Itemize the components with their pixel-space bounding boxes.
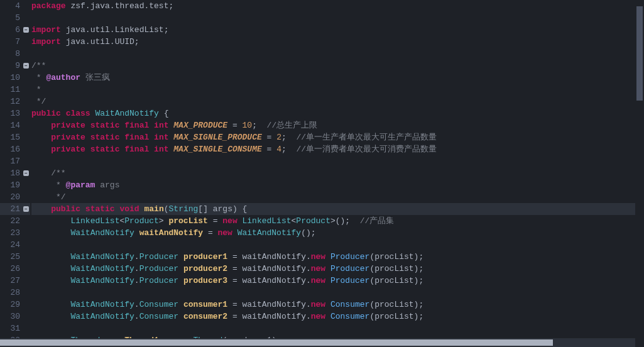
line-number-gutter[interactable]: 4567891011121314151617181920212223242526… <box>0 0 23 347</box>
line-number[interactable]: 12 <box>0 96 23 107</box>
token-methodcall: Producer <box>330 252 369 262</box>
line-number[interactable]: 25 <box>0 251 23 263</box>
line-number[interactable]: 19 <box>0 179 23 191</box>
line-number[interactable]: 8 <box>0 48 23 60</box>
fold-toggle-icon[interactable]: − <box>23 206 29 212</box>
fold-toggle-icon[interactable]: − <box>23 63 29 69</box>
token-type: WaitAndNotify <box>70 276 134 285</box>
token-kw: int <box>154 145 168 154</box>
token-var: consumer1 <box>183 300 227 309</box>
code-line[interactable]: WaitAndNotify.Consumer consumer1 = waitA… <box>31 299 644 311</box>
line-number[interactable]: 14 <box>0 119 23 131</box>
code-line[interactable]: */ <box>31 191 644 203</box>
fold-toggle-icon[interactable]: − <box>23 27 29 33</box>
line-number[interactable]: 30 <box>0 311 23 322</box>
code-line[interactable]: import java.util.LinkedList; <box>31 24 644 36</box>
line-number[interactable]: 10 <box>0 72 23 84</box>
code-line[interactable] <box>31 12 644 24</box>
token-punct: [] <box>198 204 212 214</box>
line-number[interactable]: 21 <box>0 203 23 215</box>
code-line[interactable]: /** <box>31 60 644 72</box>
line-number[interactable]: 27 <box>0 275 23 287</box>
line-number[interactable]: 16 <box>0 143 23 155</box>
line-number[interactable]: 23 <box>0 227 23 239</box>
line-number[interactable]: 24 <box>0 239 23 251</box>
token-ws <box>31 168 51 178</box>
token-methodcall: Producer <box>330 276 369 285</box>
token-ws <box>149 133 154 142</box>
token-punct: = <box>227 300 242 309</box>
token-ws <box>350 216 360 226</box>
code-line[interactable]: private static final int MAX_SINGLE_CONS… <box>31 143 644 155</box>
line-number[interactable]: 29 <box>0 299 23 311</box>
code-line[interactable]: * @param args <box>31 179 644 191</box>
code-line[interactable]: private static final int MAX_PRODUCE = 1… <box>31 119 644 131</box>
code-line[interactable]: */ <box>31 96 644 107</box>
code-line[interactable] <box>31 322 644 334</box>
line-number[interactable]: 4 <box>0 0 23 12</box>
line-number[interactable]: 9 <box>0 60 23 72</box>
code-line[interactable]: public class WaitAndNotify { <box>31 107 644 119</box>
line-number[interactable]: 31 <box>0 322 23 334</box>
token-kw: public <box>31 109 61 118</box>
code-line[interactable]: public static void main(String[] args) { <box>31 203 644 215</box>
token-ws <box>31 312 70 321</box>
token-var: waitAndNotify <box>139 228 203 238</box>
code-area[interactable]: package zsf.java.thread.test;import java… <box>30 0 644 347</box>
token-ws <box>85 145 90 154</box>
token-punct: ( <box>164 204 169 214</box>
token-kw: final <box>124 133 149 142</box>
code-line[interactable]: WaitAndNotify.Producer producer3 = waitA… <box>31 275 644 287</box>
token-doc: /** <box>51 168 65 178</box>
horizontal-scroll-thumb[interactable] <box>0 339 553 346</box>
token-doctag: @author <box>46 73 80 82</box>
code-line[interactable] <box>31 287 644 299</box>
line-number[interactable]: 17 <box>0 155 23 167</box>
token-ws <box>178 300 183 309</box>
line-number[interactable]: 15 <box>0 131 23 143</box>
code-line[interactable] <box>31 155 644 167</box>
line-number[interactable]: 18 <box>0 167 23 179</box>
code-line[interactable] <box>31 48 644 60</box>
code-line[interactable] <box>31 239 644 251</box>
line-number[interactable]: 26 <box>0 263 23 275</box>
token-punct: ; <box>252 121 257 130</box>
token-ws <box>31 276 70 285</box>
code-line[interactable]: /** <box>31 167 644 179</box>
code-line[interactable]: package zsf.java.thread.test; <box>31 0 644 12</box>
token-kw: new <box>311 276 325 285</box>
line-number[interactable]: 7 <box>0 36 23 48</box>
line-number[interactable]: 11 <box>0 84 23 96</box>
token-ws <box>31 264 70 273</box>
code-line[interactable]: LinkedList<Product> procList = new Linke… <box>31 215 644 227</box>
code-line[interactable]: WaitAndNotify.Producer producer2 = waitA… <box>31 263 644 275</box>
line-number[interactable]: 6 <box>0 24 23 36</box>
code-line[interactable]: * @author 张三疯 <box>31 72 644 84</box>
line-number[interactable]: 5 <box>0 12 23 24</box>
vertical-scroll-thumb[interactable] <box>636 6 643 101</box>
code-line[interactable]: WaitAndNotify.Producer producer1 = waitA… <box>31 251 644 263</box>
code-line[interactable]: private static final int MAX_SIGNLE_PROD… <box>31 131 644 143</box>
token-const: MAX_SIGNLE_PRODUCE <box>173 133 261 142</box>
line-number[interactable]: 22 <box>0 215 23 227</box>
code-line[interactable]: * <box>31 84 644 96</box>
code-line[interactable]: import java.util.UUID; <box>31 36 644 48</box>
code-editor[interactable]: 4567891011121314151617181920212223242526… <box>0 0 644 347</box>
fold-toggle-icon[interactable]: − <box>23 170 29 176</box>
token-ws <box>178 264 183 273</box>
line-number[interactable]: 20 <box>0 191 23 203</box>
token-ident: waitAndNotify <box>243 252 306 262</box>
token-type: WaitAndNotify <box>70 264 134 273</box>
token-var: producer1 <box>183 252 227 262</box>
token-ws <box>31 121 51 130</box>
horizontal-scrollbar[interactable] <box>0 338 635 347</box>
token-num: 2 <box>276 133 281 142</box>
code-line[interactable]: WaitAndNotify.Consumer consumer2 = waitA… <box>31 311 644 322</box>
line-number[interactable]: 13 <box>0 107 23 119</box>
token-ws <box>325 312 330 321</box>
code-line[interactable]: WaitAndNotify waitAndNotify = new WaitAn… <box>31 227 644 239</box>
line-number[interactable]: 28 <box>0 287 23 299</box>
vertical-scrollbar[interactable] <box>635 0 644 338</box>
fold-column[interactable]: −−−− <box>23 0 30 347</box>
token-const: MAX_SINGLE_CONSUME <box>173 145 261 154</box>
